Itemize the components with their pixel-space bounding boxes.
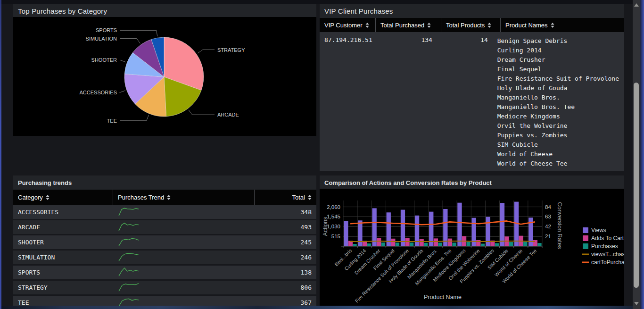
bar-purchases[interactable] [381, 242, 385, 246]
table-row: ARCADE493 [13, 220, 316, 235]
bar-views[interactable] [443, 209, 447, 246]
bar-views[interactable] [472, 218, 476, 246]
legend-swatch[interactable] [583, 235, 588, 241]
legend-label[interactable]: Purchases [591, 243, 618, 250]
window-right-border [640, 0, 644, 309]
window-top-edge [0, 0, 644, 4]
product-name: Manganiello Bros. Tee [497, 102, 619, 112]
sparkline [118, 206, 140, 217]
sort-icon [46, 195, 50, 200]
panel-purchasing-trends: Purchasing trends Category Purchases Tre… [13, 175, 316, 309]
sort-icon [308, 195, 312, 200]
total-cell: 245 [255, 239, 316, 246]
legend-label[interactable]: cartToPurchases [591, 259, 624, 266]
bar-views[interactable] [344, 221, 348, 246]
left-axis-tick: 2,060 [327, 204, 340, 210]
column-header-label: Total [292, 194, 305, 201]
bar-purchases[interactable] [537, 243, 541, 246]
product-names-list: Benign Space DebrisCurling 2014Dream Cru… [493, 36, 624, 168]
legend-swatch[interactable] [583, 243, 588, 249]
bar-views[interactable] [457, 203, 462, 246]
legend-label[interactable]: Adds To Cart [591, 235, 624, 242]
bar-views[interactable] [401, 210, 405, 246]
category-cell: STRATEGY [13, 284, 113, 291]
column-header-purchases-trend[interactable]: Purchases Trend [113, 190, 255, 205]
bar-views[interactable] [429, 212, 433, 246]
bar-purchases[interactable] [410, 242, 413, 246]
column-header-label: VIP Customer [324, 22, 363, 29]
bar-views[interactable] [358, 220, 362, 246]
pie-label: ACCESSORIES [80, 90, 117, 95]
pie-chart[interactable]: STRATEGYARCADETEEACCESSORIESSHOOTERSIMUL… [13, 17, 316, 136]
column-header-total-products[interactable]: Total Products [441, 18, 501, 32]
table-row: 87.194.216.51 134 14 Benign Space Debris… [320, 32, 624, 168]
bar-purchases[interactable] [509, 242, 513, 246]
trend-sparkline-cell [113, 251, 255, 264]
bar-purchases[interactable] [367, 243, 371, 246]
legend-line-swatch[interactable] [582, 254, 589, 255]
pie-label: SIMULATION [86, 36, 117, 42]
comparison-chart[interactable]: 515211,030421,545632,06084Beni...brisCur… [320, 189, 624, 307]
column-header-category[interactable]: Category [13, 190, 113, 205]
total-cell: 348 [255, 209, 316, 216]
bar-purchases[interactable] [438, 242, 442, 246]
sparkline [118, 266, 140, 277]
legend-label[interactable]: viewsT...chases [591, 251, 624, 258]
bar-purchases[interactable] [353, 244, 356, 246]
scrollbar-down-arrow-icon[interactable] [634, 302, 639, 305]
sort-icon [551, 23, 554, 28]
bar-adds-to-cart[interactable] [405, 238, 409, 246]
legend-swatch[interactable] [583, 227, 588, 233]
pie-label: STRATEGY [217, 47, 245, 53]
bar-adds-to-cart[interactable] [533, 240, 537, 246]
product-name: Dream Crusher [497, 55, 619, 65]
total-cell: 246 [255, 254, 316, 261]
line-viewst-chases[interactable] [350, 241, 535, 242]
bar-adds-to-cart[interactable] [377, 238, 381, 246]
sort-icon [365, 23, 369, 28]
product-name: World of Cheese Tee [497, 159, 619, 168]
column-header-total-purchased[interactable]: Total Purchased [376, 18, 441, 32]
total-cell: 493 [255, 224, 316, 231]
bar-purchases[interactable] [467, 242, 471, 247]
table-row: SIMULATION246 [13, 251, 316, 266]
bar-views[interactable] [500, 203, 504, 246]
scrollbar-up-arrow-icon[interactable] [634, 3, 639, 7]
column-header-total[interactable]: Total [255, 190, 316, 205]
legend-label[interactable]: Views [591, 227, 606, 234]
bar-adds-to-cart[interactable] [434, 238, 438, 246]
bar-purchases[interactable] [396, 242, 399, 246]
panel-comparison: Comparison of Actions and Conversion Rat… [320, 175, 624, 307]
bar-adds-to-cart[interactable] [476, 240, 480, 246]
window-left-border [0, 0, 1, 309]
bar-purchases[interactable] [495, 243, 499, 247]
trends-table-body: ACCESSORIES348ARCADE493SHOOTER245SIMULAT… [13, 205, 316, 309]
bar-adds-to-cart[interactable] [448, 239, 452, 246]
bar-purchases[interactable] [523, 242, 527, 247]
bar-purchases[interactable] [452, 242, 456, 246]
trend-sparkline-cell [113, 236, 255, 249]
column-header-product-names[interactable]: Product Names [501, 18, 624, 32]
table-row: SPORTS138 [13, 266, 316, 281]
column-header-vip-customer[interactable]: VIP Customer [320, 18, 376, 32]
scrollbar-thumb[interactable] [634, 83, 639, 288]
bar-adds-to-cart[interactable] [391, 239, 395, 246]
left-axis-tick: 515 [331, 234, 340, 239]
trends-table-header: Category Purchases Trend Total [13, 190, 316, 205]
bar-views[interactable] [372, 208, 377, 246]
column-header-label: Total Purchased [380, 22, 424, 29]
right-axis-tick: 63 [545, 214, 551, 219]
panel-title: Top Purchases by Category [13, 4, 316, 18]
total-cell: 138 [255, 269, 316, 276]
bar-adds-to-cart[interactable] [420, 239, 424, 246]
column-header-label: Total Products [446, 22, 485, 29]
vertical-scrollbar[interactable] [633, 0, 640, 309]
bar-purchases[interactable] [481, 244, 485, 247]
sort-icon [167, 195, 171, 200]
category-cell: ARCADE [13, 224, 113, 231]
sort-icon [487, 23, 491, 28]
right-axis-tick: 84 [545, 204, 551, 210]
product-name: Manganiello Bros. [497, 93, 619, 102]
legend-line-swatch[interactable] [582, 262, 589, 263]
bar-purchases[interactable] [424, 243, 428, 246]
